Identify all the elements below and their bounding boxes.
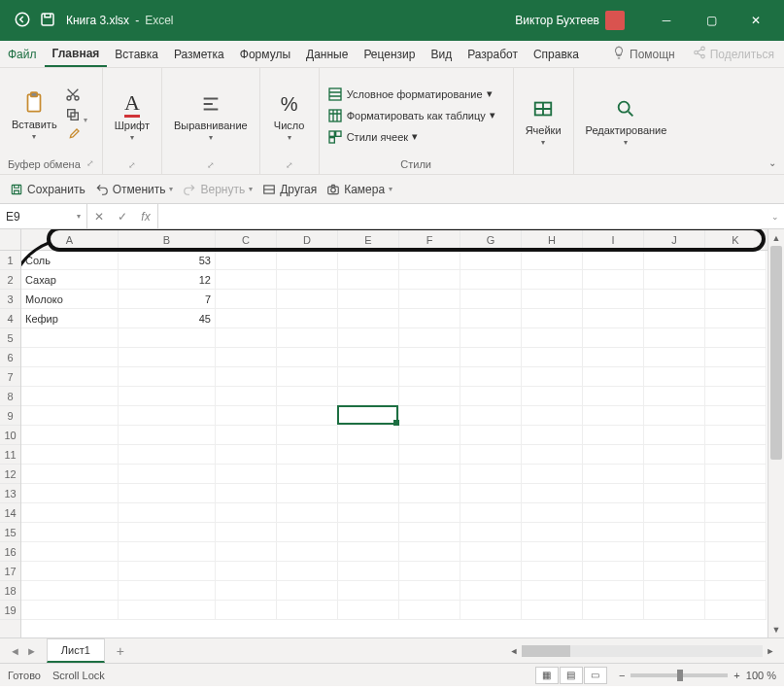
cell[interactable] [460, 387, 522, 406]
copy-icon[interactable]: ▾ [65, 107, 87, 124]
cell[interactable] [399, 445, 460, 465]
ribbon-tab-рецензир[interactable]: Рецензир [356, 41, 423, 67]
formula-input[interactable] [158, 204, 767, 228]
cell[interactable] [522, 601, 583, 620]
cell[interactable] [21, 445, 119, 465]
cell[interactable] [705, 309, 767, 328]
cell[interactable]: 12 [119, 270, 216, 290]
maximize-button[interactable]: ▢ [689, 0, 733, 41]
sheet-tab[interactable]: Лист1 [47, 638, 105, 663]
cell[interactable] [705, 348, 767, 367]
cell[interactable] [460, 348, 522, 367]
cell[interactable] [216, 348, 277, 367]
cell[interactable] [705, 484, 767, 503]
cell[interactable] [522, 503, 583, 523]
cell[interactable] [522, 445, 583, 465]
row-header[interactable]: 9 [0, 406, 20, 426]
save-button[interactable]: Сохранить [10, 183, 85, 196]
cell[interactable] [338, 465, 399, 484]
ribbon-tab-разметка[interactable]: Разметка [166, 41, 232, 67]
ribbon-tab-справка[interactable]: Справка [526, 41, 587, 67]
expand-formula-icon[interactable]: ⌄ [767, 204, 784, 228]
view-page-break-button[interactable]: ▭ [584, 667, 607, 684]
cell[interactable] [119, 503, 216, 523]
cell[interactable] [119, 601, 216, 620]
cell[interactable] [21, 426, 119, 445]
column-header[interactable]: C [216, 229, 277, 250]
cell[interactable] [399, 523, 460, 542]
cell[interactable] [338, 484, 399, 503]
cell[interactable] [583, 465, 644, 484]
cell[interactable] [216, 328, 277, 348]
cell[interactable] [705, 387, 767, 406]
cell[interactable] [399, 562, 460, 581]
cell[interactable] [119, 445, 216, 465]
cell[interactable] [399, 367, 460, 387]
ribbon-tab-разработ[interactable]: Разработ [460, 41, 526, 67]
cell[interactable]: Соль [21, 251, 119, 270]
cell[interactable] [522, 309, 583, 328]
cell[interactable] [583, 251, 644, 270]
row-header[interactable]: 4 [0, 309, 20, 328]
cell[interactable] [338, 251, 399, 270]
cell[interactable] [460, 581, 522, 601]
format-painter-icon[interactable] [65, 127, 87, 145]
row-header[interactable]: 6 [0, 348, 20, 367]
cell-styles-button[interactable]: Стили ячеек▾ [327, 129, 495, 145]
sheet-nav-next[interactable]: ► [24, 645, 39, 657]
cell[interactable] [644, 562, 705, 581]
ribbon-tab-данные[interactable]: Данные [298, 41, 356, 67]
cell[interactable] [338, 387, 399, 406]
cell[interactable] [277, 445, 338, 465]
cell[interactable] [277, 484, 338, 503]
cell[interactable] [705, 445, 767, 465]
column-header[interactable]: H [522, 229, 583, 250]
cell[interactable] [216, 523, 277, 542]
cell[interactable] [705, 251, 767, 270]
paste-button[interactable]: Вставить ▾ [8, 87, 61, 143]
row-header[interactable]: 19 [0, 601, 20, 620]
cell[interactable] [460, 426, 522, 445]
cell[interactable] [277, 542, 338, 562]
scroll-thumb[interactable] [770, 246, 782, 460]
format-as-table-button[interactable]: Форматировать как таблицу▾ [327, 108, 495, 123]
cell[interactable] [338, 601, 399, 620]
cell[interactable] [460, 503, 522, 523]
cell[interactable] [277, 562, 338, 581]
cell[interactable] [644, 426, 705, 445]
cell[interactable] [216, 251, 277, 270]
cell[interactable] [460, 445, 522, 465]
cell[interactable] [21, 367, 119, 387]
cell[interactable] [460, 542, 522, 562]
cell[interactable] [277, 523, 338, 542]
cell[interactable] [277, 581, 338, 601]
cell[interactable] [583, 503, 644, 523]
cell[interactable] [583, 309, 644, 328]
cell[interactable] [583, 387, 644, 406]
cell[interactable] [399, 387, 460, 406]
cell[interactable] [338, 503, 399, 523]
cell[interactable] [216, 290, 277, 309]
cell[interactable] [399, 348, 460, 367]
cell[interactable] [460, 465, 522, 484]
cell[interactable] [460, 406, 522, 426]
number-button[interactable]: % Число ▾ [268, 88, 311, 144]
cell[interactable] [399, 581, 460, 601]
cell[interactable] [522, 523, 583, 542]
cell[interactable] [338, 445, 399, 465]
cell[interactable] [119, 465, 216, 484]
row-header[interactable]: 2 [0, 270, 20, 290]
column-header[interactable]: J [644, 229, 705, 250]
cell[interactable] [644, 270, 705, 290]
fx-icon[interactable]: fx [134, 210, 157, 224]
cell[interactable] [399, 328, 460, 348]
cell[interactable] [644, 406, 705, 426]
cell[interactable] [216, 367, 277, 387]
cell[interactable] [277, 503, 338, 523]
cell[interactable] [644, 523, 705, 542]
cell[interactable] [644, 581, 705, 601]
close-button[interactable]: ✕ [733, 0, 778, 41]
cell[interactable] [583, 542, 644, 562]
cell[interactable] [119, 484, 216, 503]
cell[interactable] [216, 503, 277, 523]
